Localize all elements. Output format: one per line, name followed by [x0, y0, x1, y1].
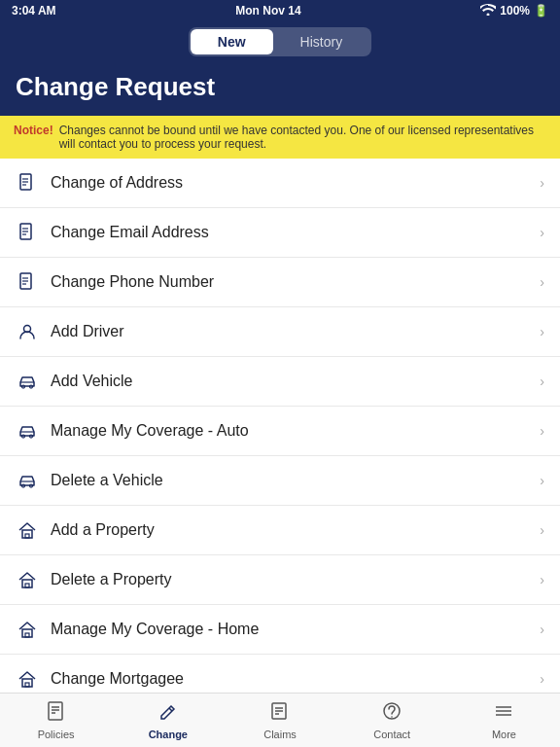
house-icon [16, 568, 39, 591]
document-icon [16, 171, 39, 195]
list-item-label: Change of Address [51, 174, 540, 192]
chevron-right-icon: › [540, 274, 544, 290]
tab-more-label: More [492, 729, 516, 740]
list-item[interactable]: Change Email Address › [0, 208, 560, 258]
house-icon [16, 618, 39, 641]
list-item[interactable]: Change Phone Number › [0, 258, 560, 307]
tab-policies-label: Policies [38, 729, 75, 740]
svg-point-53 [391, 716, 393, 718]
new-tab-button[interactable]: New [191, 29, 273, 54]
status-date: Mon Nov 14 [235, 4, 300, 18]
chevron-right-icon: › [540, 622, 544, 637]
list-item[interactable]: Manage My Coverage - Home › [0, 605, 560, 655]
tab-claims-label: Claims [263, 729, 297, 740]
contact-icon [381, 700, 402, 727]
chevron-right-icon: › [540, 374, 544, 389]
chevron-right-icon: › [540, 175, 544, 191]
history-tab-button[interactable]: History [273, 29, 370, 54]
document-icon [16, 221, 39, 244]
tab-contact[interactable]: Contact [336, 694, 448, 746]
list-item-label: Add Driver [51, 323, 540, 340]
chevron-right-icon: › [540, 423, 544, 439]
list-item-label: Manage My Coverage - Auto [51, 422, 540, 440]
list-container: Change of Address › Change Email Address… [0, 159, 560, 693]
house-icon [16, 667, 39, 691]
list-item-label: Delete a Property [51, 571, 540, 588]
page-header: Change Request [0, 64, 560, 116]
car-icon [16, 419, 39, 443]
notice-text: Changes cannot be bound until we have co… [59, 124, 546, 151]
svg-rect-27 [25, 633, 29, 637]
list-item-label: Change Mortgagee [51, 670, 540, 688]
list-item-label: Delete a Vehicle [51, 472, 540, 489]
tab-change-label: Change [149, 729, 188, 740]
change-icon [158, 700, 179, 727]
car-icon [16, 469, 39, 492]
svg-line-47 [169, 708, 172, 711]
svg-rect-29 [25, 683, 29, 687]
notice-label: Notice! [14, 124, 53, 137]
battery-text: 100% [500, 4, 530, 18]
status-bar: 3:04 AM Mon Nov 14 100% 🔋 [0, 0, 560, 21]
tab-more[interactable]: More [448, 694, 560, 746]
car-icon [16, 370, 39, 393]
svg-rect-43 [49, 702, 62, 720]
status-time: 3:04 AM [12, 4, 56, 18]
claims-icon [269, 700, 291, 727]
more-icon [493, 700, 514, 727]
list-item-label: Change Email Address [51, 224, 540, 241]
segmented-control: New History [189, 27, 371, 56]
svg-rect-23 [25, 534, 29, 538]
list-item-label: Manage My Coverage - Home [51, 621, 540, 638]
wifi-icon [480, 4, 496, 18]
person-icon [16, 320, 39, 343]
list-item[interactable]: Manage My Coverage - Auto › [0, 407, 560, 456]
chevron-right-icon: › [540, 671, 544, 687]
notice-banner: Notice! Changes cannot be bound until we… [0, 116, 560, 159]
list-item[interactable]: Add a Property › [0, 506, 560, 555]
house-icon [16, 518, 39, 542]
segmented-control-bar: New History [0, 21, 560, 64]
list-item[interactable]: Change Mortgagee › [0, 655, 560, 693]
document-icon [16, 270, 39, 294]
chevron-right-icon: › [540, 324, 544, 339]
chevron-right-icon: › [540, 225, 544, 240]
battery-icon: 🔋 [534, 4, 548, 18]
tab-claims[interactable]: Claims [224, 694, 335, 746]
list-item[interactable]: Delete a Vehicle › [0, 456, 560, 506]
tab-contact-label: Contact [373, 729, 410, 740]
chevron-right-icon: › [540, 572, 544, 587]
list-item[interactable]: Add Driver › [0, 307, 560, 357]
list-item[interactable]: Delete a Property › [0, 555, 560, 605]
list-item-label: Add Vehicle [51, 373, 540, 390]
tab-policies[interactable]: Policies [0, 694, 112, 746]
chevron-right-icon: › [540, 522, 544, 538]
list-item-label: Add a Property [51, 521, 540, 539]
policies-icon [46, 700, 67, 727]
page-title: Change Request [16, 72, 544, 102]
chevron-right-icon: › [540, 473, 544, 488]
list-item[interactable]: Change of Address › [0, 159, 560, 208]
tab-change[interactable]: Change [112, 694, 224, 746]
tab-bar: Policies Change Claims [0, 693, 560, 747]
svg-rect-25 [25, 584, 29, 587]
list-item-label: Change Phone Number [51, 273, 540, 291]
list-item[interactable]: Add Vehicle › [0, 357, 560, 407]
